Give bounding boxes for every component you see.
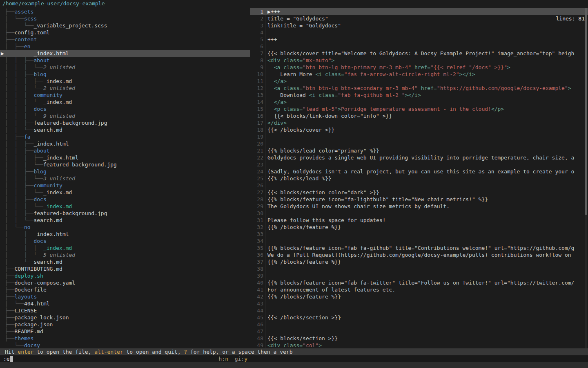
- tree-row-CONTRIBUTING.md[interactable]: ├──CONTRIBUTING.md: [0, 265, 250, 272]
- tree-row-docs[interactable]: │ ├──docs: [0, 238, 250, 245]
- tree-row-_index.md[interactable]: │ │ │ └──_index.md: [0, 99, 250, 105]
- tree-row-_index.html[interactable]: │ │ │ ├──_index.html: [0, 154, 250, 161]
- code-segment: <p class=: [274, 106, 303, 112]
- tree-branch-lines: ├──: [5, 9, 14, 15]
- tree-branch-lines: │ │ │ └──: [5, 175, 43, 182]
- tree-row-content[interactable]: ├──content: [0, 36, 250, 43]
- line-number: 37: [250, 258, 267, 265]
- tree-row-_index.md[interactable]: │ │ ├──_index.md: [0, 245, 250, 251]
- code-line-49: 49<div class="col">: [250, 342, 588, 348]
- code-segment: "mx-auto": [303, 57, 331, 63]
- preview-scrollbar-track[interactable]: [585, 8, 587, 348]
- tree-row-featured-background.jpg[interactable]: │ │ ├──featured-background.jpg: [0, 210, 250, 217]
- tree-root-path: /home/example-user/docsy-example: [0, 0, 250, 7]
- tree-row-_index.md[interactable]: │ │ │ ├──_index.md: [0, 78, 250, 85]
- code-segment: (Sadly, Goldydocs isn't a real project, …: [267, 168, 574, 175]
- tree-branch-lines: │ │ └──: [5, 217, 33, 223]
- tree-row-docker-compose.yaml[interactable]: ├──docker-compose.yaml: [0, 279, 250, 286]
- hint-text: for help, or a space then a verb: [187, 349, 292, 355]
- tree-row-_index.html[interactable]: │ │ ├──_index.html: [0, 140, 250, 147]
- tree-item-label: search.md: [33, 259, 62, 265]
- tree-item-label: community: [33, 92, 62, 98]
- tree-item-label: config.toml: [14, 29, 49, 36]
- preview-header: _index.html lines: 81: [250, 1, 588, 8]
- code-line-35: 35{{% blocks/feature icon="fab fa-github…: [250, 245, 588, 251]
- tree-item-label: layouts: [14, 294, 37, 300]
- tree-row-assets[interactable]: ├──assets: [0, 8, 250, 15]
- tree-branch-lines: │ ├──: [5, 43, 24, 49]
- tree-row-LICENSE[interactable]: ├──LICENSE: [0, 307, 250, 314]
- tree-item-label: docs: [33, 106, 46, 112]
- tree-row-community[interactable]: │ │ ├──community: [0, 182, 250, 189]
- tree-row-404.html[interactable]: │ └──404.html: [0, 300, 250, 307]
- tree-row-docsy[interactable]: └──docsy: [0, 342, 250, 348]
- tree-row-_index.md[interactable]: │ │ │ └──_index.md: [0, 189, 250, 196]
- code-segment: {{% /blocks/feature %}}: [267, 294, 341, 300]
- tree-row-fa[interactable]: │ ├──fa: [0, 133, 250, 140]
- tree-row-layouts[interactable]: ├──layouts: [0, 293, 250, 300]
- line-number: 3: [250, 22, 267, 29]
- tree-row-3-unlisted[interactable]: │ │ │ └──3 unlisted: [0, 175, 250, 182]
- tree-branch-lines: │ │ └──: [5, 127, 33, 133]
- code-line-31: 31Please follow this space for updates!: [250, 217, 588, 224]
- tree-row-Dockerfile[interactable]: ├──Dockerfile: [0, 286, 250, 293]
- code-segment: {{< /blocks/cover >}}: [267, 127, 334, 133]
- line-number: 15: [250, 105, 267, 112]
- tree-row-2-unlisted[interactable]: │ │ │ └──2 unlisted: [0, 64, 250, 71]
- tree-row-search.md[interactable]: │ └──search.md: [0, 258, 250, 265]
- tree-item-label: 404.html: [24, 301, 50, 307]
- tree-row-9-unlisted[interactable]: │ │ │ └──9 unlisted: [0, 112, 250, 119]
- tree-row-5-unlisted[interactable]: │ │ └──5 unlisted: [0, 251, 250, 258]
- status-hint-bar: Hit enter to open the file, alt-enter to…: [0, 348, 588, 355]
- tree-row-search.md[interactable]: │ │ └──search.md: [0, 126, 250, 133]
- tree-item-label: Dockerfile: [14, 287, 46, 293]
- line-number: 8: [250, 57, 267, 64]
- line-number: 30: [250, 210, 267, 217]
- tree-row-docs[interactable]: │ │ ├──docs: [0, 105, 250, 112]
- tree-row-scss[interactable]: │ └──scss: [0, 15, 250, 22]
- tree-row-community[interactable]: │ │ ├──community: [0, 92, 250, 99]
- code-segment: </a>: [267, 99, 287, 105]
- tree-row-about[interactable]: │ │ ├──about: [0, 147, 250, 154]
- code-segment: {{< /blocks/section >}}: [267, 314, 341, 321]
- hint-key: enter: [18, 349, 33, 355]
- tree-row-no[interactable]: │ └──no: [0, 224, 250, 231]
- tree-row-themes[interactable]: ├──themes: [0, 335, 250, 342]
- tree-row-_variables_project.scss[interactable]: │ └──_variables_project.scss: [0, 22, 250, 29]
- code-line-24: 24(Sadly, Goldydocs isn't a real project…: [250, 168, 588, 175]
- tree-row-deploy.sh[interactable]: ├──deploy.sh: [0, 272, 250, 279]
- tree-item-label: 2 unlisted: [43, 64, 75, 70]
- tree-row-en[interactable]: │ ├──en: [0, 43, 250, 50]
- line-number: 33: [250, 231, 267, 238]
- file-tree-panel: /home/example-user/docsy-example ├──asse…: [0, 0, 250, 348]
- tree-row-blog[interactable]: │ │ ├──blog: [0, 71, 250, 78]
- tree-item-label: docs: [33, 238, 46, 244]
- tree-item-label: assets: [14, 9, 33, 15]
- code-segment: <div class=: [267, 342, 303, 348]
- tree-row-about[interactable]: │ │ ├──about: [0, 57, 250, 64]
- tree-row-featured-background.jpg[interactable]: │ │ ├──featured-background.jpg: [0, 119, 250, 126]
- line-number: 36: [250, 251, 267, 258]
- tree-row-package-lock.json[interactable]: ├──package-lock.json: [0, 314, 250, 321]
- tree-row-search.md[interactable]: │ │ └──search.md: [0, 217, 250, 224]
- tree-item-label: community: [33, 182, 62, 188]
- tree-row-2-unlisted[interactable]: │ │ │ └──2 unlisted: [0, 85, 250, 92]
- tree-row-_index.html[interactable]: │ ├──_index.html: [0, 231, 250, 238]
- tree-row-config.toml[interactable]: ├──config.toml: [0, 29, 250, 36]
- flag-value: y: [244, 356, 247, 362]
- tree-row-README.md[interactable]: ├──README.md: [0, 328, 250, 335]
- tree-row-package.json[interactable]: ├──package.json: [0, 321, 250, 328]
- tree-row-_index.md[interactable]: │ │ │ └──_index.md: [0, 203, 250, 210]
- code-segment: </a>: [267, 78, 287, 84]
- hint-text: to open the file,: [33, 349, 94, 355]
- preview-scrollbar-thumb[interactable]: [585, 8, 587, 215]
- code-line-22: 22Goldydocs provides a single web UI pro…: [250, 154, 588, 161]
- code-line-15: 15 <p class="lead mt-5">Porridge tempera…: [250, 105, 588, 112]
- tree-item-label: 2 unlisted: [43, 85, 75, 91]
- tree-row-blog[interactable]: │ │ ├──blog: [0, 168, 250, 175]
- tree-row-docs[interactable]: │ │ ├──docs: [0, 196, 250, 203]
- tree-row-_index.html[interactable]: ▶│ │ ├──_index.html: [0, 50, 250, 57]
- tree-row-featured-background.jpg[interactable]: │ │ │ └──featured-background.jpg: [0, 161, 250, 168]
- code-line-46: 46: [250, 321, 588, 328]
- tree-item-label: package.json: [14, 321, 53, 328]
